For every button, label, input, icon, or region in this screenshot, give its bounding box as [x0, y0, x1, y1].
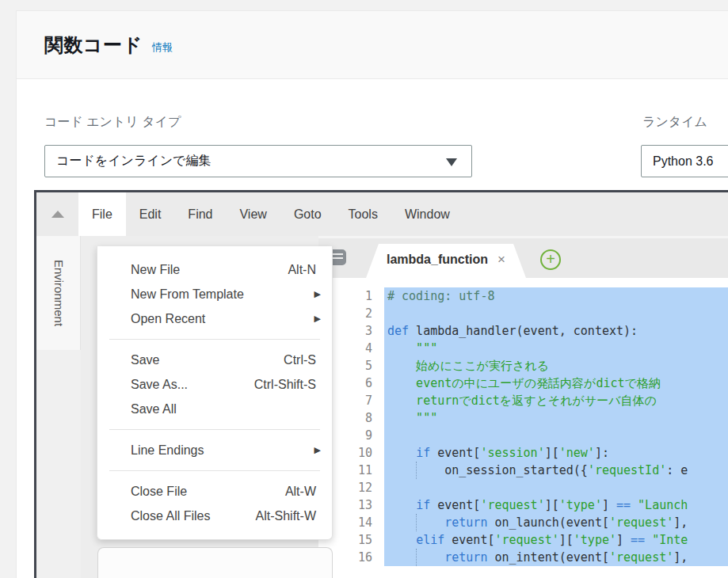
code-line: 始めにここが実行される: [384, 357, 728, 375]
menu-item-label: Save As...: [131, 378, 188, 391]
code-entry-type-value: コードをインラインで編集: [56, 153, 211, 169]
menu-separator: [109, 339, 320, 340]
menu-item-save-as[interactable]: Save As...Ctrl-Shift-S: [97, 372, 332, 397]
menu-item-label: New File: [131, 263, 180, 276]
menu-item-close-all-files[interactable]: Close All FilesAlt-Shift-W: [97, 504, 332, 528]
collapse-triangle-icon: [51, 211, 64, 218]
left-dock: Environment: [36, 236, 81, 578]
code-line: elif event['request']['type'] == "Inte: [384, 531, 728, 549]
menu-item-shortcut: Ctrl-S: [284, 348, 316, 372]
menubar-item-goto[interactable]: Goto: [280, 192, 335, 236]
code-line: [384, 305, 728, 322]
page-title: 関数コード: [44, 32, 143, 58]
info-link[interactable]: 情報: [152, 40, 173, 55]
code-row: 12: [318, 479, 728, 496]
menu-item-label: Line Endings: [131, 443, 204, 457]
menu-item-open-recent[interactable]: Open Recent▶: [97, 306, 332, 331]
submenu-arrow-icon: ▶: [314, 438, 321, 462]
code-row: 6 eventの中にユーザの発話内容がdictで格納: [318, 375, 728, 392]
code-line: # coding: utf-8: [384, 287, 728, 305]
menu-item-label: Open Recent: [131, 312, 205, 325]
menu-item-label: Close All Files: [131, 509, 210, 523]
menu-item-shortcut: Alt-N: [288, 257, 316, 282]
code-row: 13 if event['request']['type'] == "Launc…: [318, 496, 728, 514]
menu-item-new-from-template[interactable]: New From Template▶: [97, 282, 332, 306]
menu-item-label: Save: [131, 353, 159, 367]
code-row: 2: [318, 305, 728, 322]
code-line: def lambda_handler(event, context):: [384, 322, 728, 340]
menubar-item-window[interactable]: Window: [391, 192, 463, 236]
menu-item-close-file[interactable]: Close FileAlt-W: [97, 479, 332, 504]
code-row: 11 on_session_started({'requestId': e: [318, 462, 728, 479]
code-row: 5 始めにここが実行される: [318, 357, 728, 375]
file-menu-popup: New FileAlt-NNew From Template▶Open Rece…: [97, 246, 333, 540]
runtime-value: Python 3.6: [653, 154, 714, 169]
code-row: 9: [318, 427, 728, 444]
menu-item-shortcut: Alt-Shift-W: [256, 504, 316, 528]
code-entry-type-select[interactable]: コードをインラインで編集: [44, 145, 472, 177]
code-line: if event['session']['new']:: [384, 444, 728, 462]
menubar-item-view[interactable]: View: [226, 192, 280, 236]
code-line: eventの中にユーザの発話内容がdictで格納: [384, 375, 728, 392]
submenu-arrow-icon: ▶: [314, 306, 321, 331]
code-row: 1# coding: utf-8: [318, 287, 728, 305]
code-line: """: [384, 409, 728, 427]
code-line: return on_intent(event['request'],: [384, 549, 728, 566]
menu-item-line-endings[interactable]: Line Endings▶: [97, 438, 332, 462]
code-row: 10 if event['session']['new']:: [318, 444, 728, 462]
sidebar-tab-environment[interactable]: Environment: [36, 236, 81, 350]
code-area[interactable]: 1# coding: utf-823def lambda_handler(eve…: [318, 278, 728, 578]
code-line: [384, 479, 728, 496]
editor-pane: lambda_function × + 1# coding: utf-823de…: [318, 236, 728, 578]
menubar-item-tools[interactable]: Tools: [335, 192, 391, 236]
code-line: returnでdictを返すとそれがサーバ自体の: [384, 392, 728, 409]
code-line: [384, 427, 728, 444]
menu-item-label: Save All: [131, 402, 177, 416]
menubar-item-edit[interactable]: Edit: [126, 192, 175, 236]
indent-guide: [416, 549, 417, 566]
menu-separator: [109, 470, 320, 471]
menu-item-new-file[interactable]: New FileAlt-N: [97, 257, 332, 282]
indent-guide: [416, 514, 417, 531]
runtime-select[interactable]: Python 3.6: [641, 145, 728, 177]
indent-guide: [416, 462, 417, 479]
code-line: """: [384, 340, 728, 357]
code-line: return on_launch(event['request'],: [384, 514, 728, 531]
collapse-editor-button[interactable]: [36, 192, 78, 236]
tab-close-icon[interactable]: ×: [497, 252, 505, 268]
editor-menubar: FileEditFindViewGotoToolsWindow: [36, 192, 728, 236]
menu-item-save[interactable]: SaveCtrl-S: [97, 348, 332, 372]
code-line: on_session_started({'requestId': e: [384, 462, 728, 479]
menu-separator: [109, 429, 320, 430]
code-row: 16 return on_intent(event['request'],: [318, 549, 728, 566]
environment-panel: [97, 547, 333, 578]
menu-item-save-all[interactable]: Save All: [97, 397, 332, 421]
new-tab-button[interactable]: +: [540, 249, 561, 270]
code-row: 14 return on_launch(event['request'],: [318, 514, 728, 531]
runtime-label: ランタイム: [642, 114, 707, 131]
code-row: 7 returnでdictを返すとそれがサーバ自体の: [318, 392, 728, 409]
menubar-item-find[interactable]: Find: [174, 192, 226, 236]
code-row: 8 """: [318, 409, 728, 427]
code-row: 3def lambda_handler(event, context):: [318, 322, 728, 340]
environment-tab-label: Environment: [51, 260, 65, 326]
dropdown-caret-icon: [446, 158, 457, 166]
menu-item-label: Close File: [131, 485, 187, 498]
tab-label: lambda_function: [387, 253, 488, 267]
menu-item-shortcut: Alt-W: [285, 479, 316, 504]
card-header: 関数コード 情報: [17, 11, 728, 79]
menubar-item-file[interactable]: File: [78, 192, 126, 236]
menu-item-label: New From Template: [131, 287, 244, 301]
code-row: 15 elif event['request']['type'] == "Int…: [318, 531, 728, 549]
code-line: if event['request']['type'] == "Launch: [384, 496, 728, 514]
menu-item-shortcut: Ctrl-Shift-S: [254, 372, 316, 397]
tab-strip: lambda_function × +: [318, 236, 728, 278]
tab-lambda-function[interactable]: lambda_function ×: [366, 244, 526, 278]
submenu-arrow-icon: ▶: [314, 282, 321, 306]
code-row: 4 """: [318, 340, 728, 357]
code-entry-type-label: コード エントリ タイプ: [44, 114, 181, 131]
